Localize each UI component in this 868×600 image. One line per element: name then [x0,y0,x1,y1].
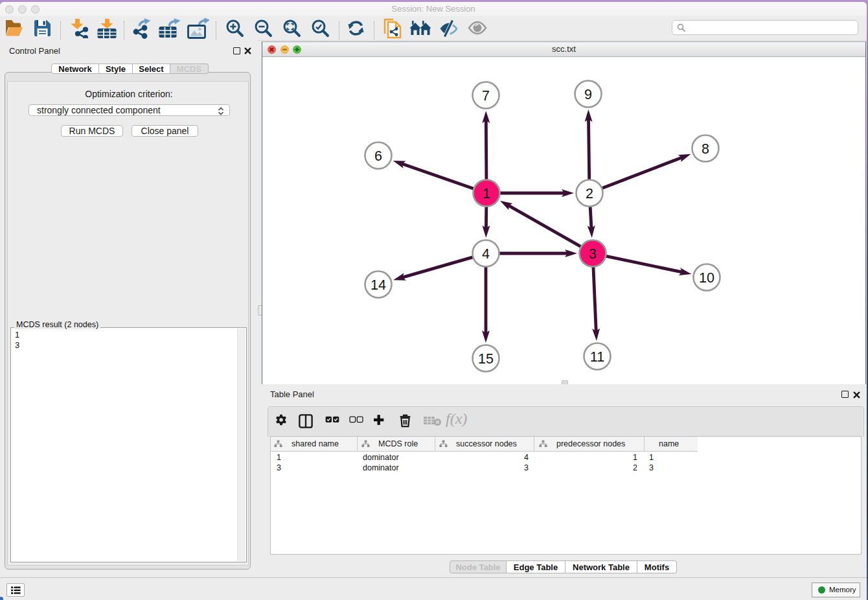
svg-text:11: 11 [590,349,604,365]
svg-text:7: 7 [482,88,490,104]
svg-text:2: 2 [586,186,593,202]
svg-text:4: 4 [482,246,490,262]
svg-text:8: 8 [702,141,709,157]
svg-text:3: 3 [589,246,597,262]
svg-text:1: 1 [483,186,490,202]
svg-text:9: 9 [584,87,592,102]
svg-text:6: 6 [374,148,382,164]
svg-text:10: 10 [699,270,714,286]
svg-text:14: 14 [371,277,386,293]
svg-text:15: 15 [478,351,494,367]
